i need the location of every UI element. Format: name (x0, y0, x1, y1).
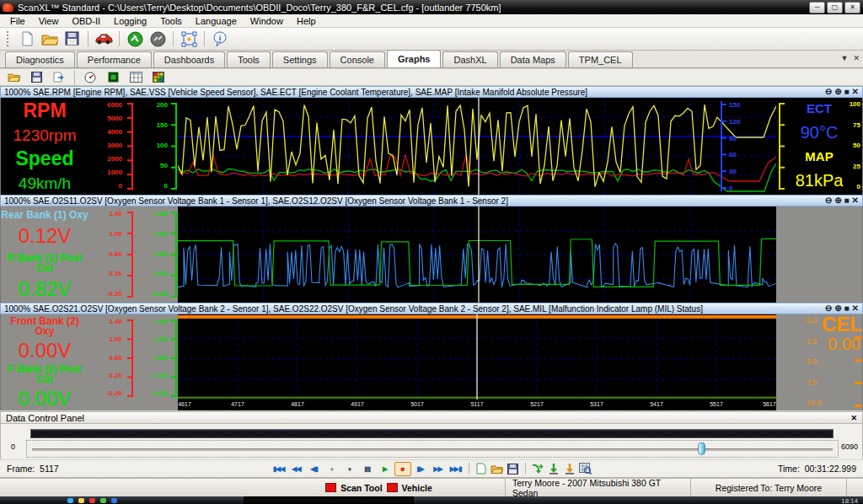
import-log-button[interactable] (546, 462, 561, 475)
info-button[interactable]: i (210, 29, 230, 48)
range-min-label: 0 (11, 442, 15, 451)
svg-text:0: 0 (729, 185, 733, 192)
menu-window[interactable]: Window (244, 15, 290, 27)
o2bank1-readouts: Rear Bank (1) Oxy 0.12V R Bank (1) Post … (1, 206, 88, 303)
main-toolbar: i (0, 28, 863, 51)
export-log-button[interactable] (562, 462, 577, 475)
tab-diagnostics[interactable]: Diagnostics (5, 51, 75, 67)
open-file-button[interactable] (40, 29, 60, 48)
graph-panel-rpm-header[interactable]: 1000% SAE.RPM [Engine RPM], SAE.VSS [Veh… (0, 86, 863, 98)
frame-slider[interactable] (26, 440, 839, 458)
maximize-button[interactable]: ▢ (827, 2, 843, 13)
axis-tick-label: 3000 (88, 142, 122, 149)
graph-panel-o2bank2-header[interactable]: 1000% SAE.O2S21.O2SV [Oxygen Sensor Volt… (0, 303, 863, 314)
skip-to-end-button[interactable]: ▶▶▮ (448, 462, 464, 476)
tab-performance[interactable]: Performance (77, 51, 152, 67)
tab-close-icon[interactable]: ✕ (853, 54, 860, 62)
menu-help[interactable]: Help (290, 15, 323, 27)
menu-logging[interactable]: Logging (107, 15, 153, 27)
led-view-icon[interactable] (103, 68, 123, 87)
record-inactive-button[interactable]: ● (324, 462, 340, 476)
ect-map-readouts: ECT 90°C MAP 81kPa 1007550250 (776, 98, 863, 195)
zoom-in-icon[interactable]: ⊕ (834, 196, 841, 206)
zoom-out-icon[interactable]: ⊖ (825, 87, 832, 97)
zoom-out-icon[interactable]: ⊖ (825, 196, 832, 206)
minimize-button[interactable]: ─ (809, 2, 825, 13)
tab-menu-icon[interactable]: ▼ (841, 54, 849, 62)
rpm-plot[interactable]: 1501209060300 (178, 98, 776, 195)
new-log-button[interactable] (474, 462, 489, 475)
snapshot-button[interactable] (578, 462, 593, 475)
step-forward-button[interactable]: ▮▶ (412, 462, 429, 476)
connect-button[interactable] (125, 29, 145, 48)
data-control-close-icon[interactable]: ✕ (850, 414, 857, 422)
axis-tick-label: 75 (850, 121, 860, 129)
axis-tick-label: 5.0 (807, 357, 822, 366)
o2bank1-plot[interactable] (178, 206, 776, 303)
open-graph-config-button[interactable] (3, 68, 24, 87)
rewind-button[interactable]: ◀◀ (288, 462, 305, 476)
vehicle-button[interactable] (94, 29, 114, 48)
fast-forward-button[interactable]: ▶▶ (430, 462, 447, 476)
maximize-panel-icon[interactable]: ■ (844, 196, 850, 206)
menu-language[interactable]: Language (189, 15, 244, 27)
stop-button[interactable]: ■ (394, 462, 411, 476)
menu-obd-ii[interactable]: OBD-II (65, 15, 107, 27)
close-panel-icon[interactable]: ✕ (852, 87, 859, 97)
taskbar-icon[interactable] (89, 498, 95, 503)
menu-tools[interactable]: Tools (153, 15, 189, 27)
frame-slider-thumb[interactable] (698, 442, 705, 455)
pause-button[interactable]: ▮▮ (359, 462, 376, 476)
table-view-icon[interactable] (126, 68, 146, 87)
vehicle-info: Terry Moore - 2007 Mitsubishi 380 GT Sed… (506, 479, 691, 496)
new-file-button[interactable] (17, 29, 37, 48)
close-button[interactable]: ✕ (844, 2, 860, 13)
gauge-view-icon[interactable] (80, 68, 100, 87)
tab-dashboards[interactable]: Dashboards (153, 51, 225, 67)
windows-taskbar[interactable] (0, 496, 863, 504)
graph-panel-o2bank1-header[interactable]: 1000% SAE.O2S11.O2SV [Oxygen Sensor Volt… (0, 195, 863, 206)
menu-view[interactable]: View (32, 15, 66, 27)
disconnect-button[interactable] (147, 29, 168, 48)
rpm-axis-bracket (126, 101, 134, 193)
save-graph-config-button[interactable] (26, 68, 46, 87)
axis-tick-label: -0.20 (88, 290, 122, 298)
save-file-button[interactable] (62, 29, 83, 48)
frame-tick-label: 4817 (291, 401, 304, 407)
record-button[interactable]: ● (341, 462, 358, 476)
tab-settings[interactable]: Settings (272, 51, 328, 67)
append-log-button[interactable] (530, 462, 545, 475)
export-button[interactable] (49, 68, 69, 87)
tab-graphs[interactable]: Graphs (387, 50, 442, 67)
tab-tpm-cel[interactable]: TPM_CEL (568, 51, 633, 67)
taskbar-icon[interactable] (67, 498, 73, 503)
axis-tick-label: 0.60 (137, 250, 168, 258)
tab-dashxl[interactable]: DashXL (442, 51, 497, 67)
taskbar-icon[interactable] (111, 498, 117, 503)
layout-button[interactable] (179, 29, 199, 48)
taskbar-icon[interactable] (100, 498, 106, 503)
zoom-in-icon[interactable]: ⊕ (834, 87, 841, 97)
skip-to-start-button[interactable]: ▮◀◀ (271, 462, 287, 476)
save-log-button[interactable] (506, 462, 521, 475)
close-panel-icon[interactable]: ✕ (852, 196, 859, 206)
maximize-panel-icon[interactable]: ■ (844, 87, 850, 97)
o2bank2-plot[interactable] (178, 314, 776, 399)
tab-console[interactable]: Console (330, 51, 385, 67)
menu-file[interactable]: File (3, 15, 32, 27)
axis-tick-label: 1.40 (137, 210, 168, 217)
tab-tools[interactable]: Tools (227, 51, 271, 67)
frame-slider-track[interactable] (32, 448, 833, 451)
open-log-button[interactable] (490, 462, 505, 475)
axis-tick-label: 5000 (88, 115, 122, 122)
taskbar-active-window[interactable] (244, 496, 414, 504)
o2bank1-red-bracket (126, 210, 134, 301)
play-button[interactable]: ▶ (377, 462, 394, 476)
vehicle-status-label: Vehicle (402, 483, 432, 493)
map-view-icon[interactable] (148, 68, 169, 87)
graph-panel-rpm-title: 1000% SAE.RPM [Engine RPM], SAE.VSS [Veh… (4, 88, 825, 97)
tab-data-maps[interactable]: Data Maps (500, 51, 566, 67)
axis-tick-label: 1.00 (137, 335, 168, 343)
taskbar-icon[interactable] (78, 498, 84, 503)
step-back-button[interactable]: ◀▮ (306, 462, 323, 476)
